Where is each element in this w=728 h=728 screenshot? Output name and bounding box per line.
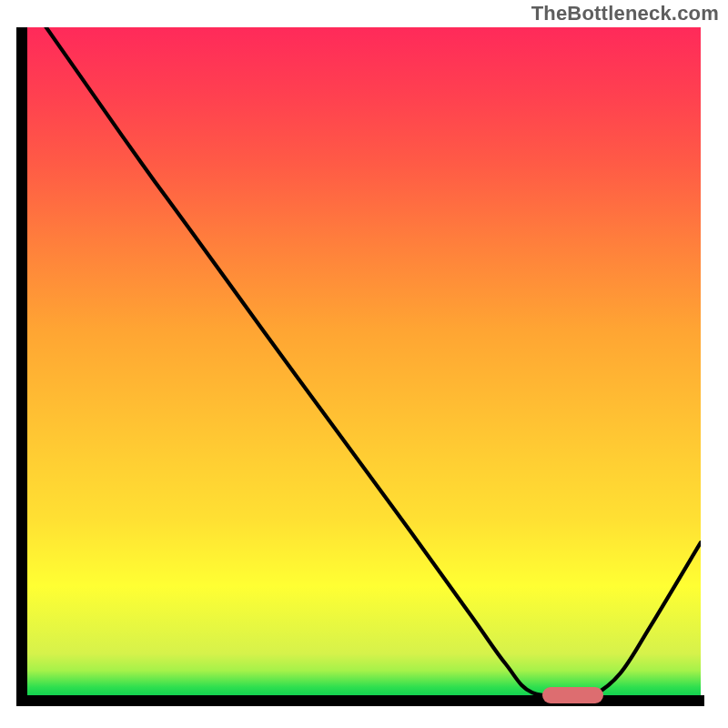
optimal-range-marker <box>542 687 603 703</box>
bottleneck-curve-line <box>27 27 701 697</box>
chart-curve-svg <box>27 27 701 701</box>
y-axis <box>16 27 27 701</box>
watermark-text: TheBottleneck.com <box>531 2 719 25</box>
